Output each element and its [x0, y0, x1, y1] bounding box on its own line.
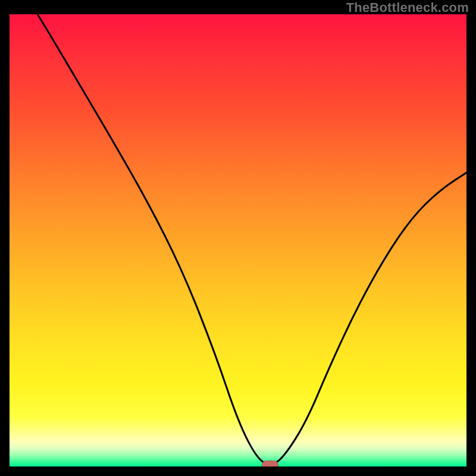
watermark-text: TheBottleneck.com — [346, 0, 469, 15]
plot-area — [10, 14, 466, 466]
minimum-marker — [262, 461, 278, 466]
chart-frame: TheBottleneck.com — [0, 0, 476, 476]
bottleneck-curve — [10, 14, 466, 466]
